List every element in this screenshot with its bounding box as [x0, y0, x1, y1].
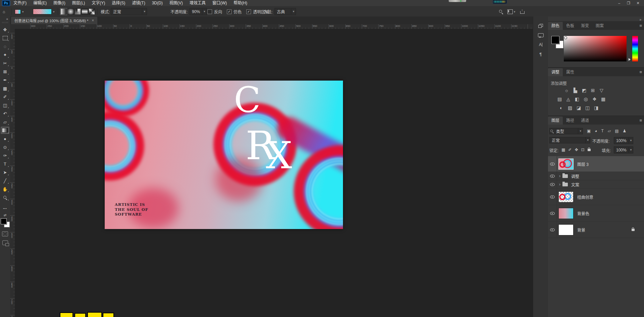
collapsed-panels-icon[interactable] — [533, 21, 548, 31]
share-icon[interactable] — [520, 7, 525, 16]
layer-row[interactable]: 图层 3 — [548, 156, 644, 172]
collapsed-paragraph-icon[interactable]: ¶ — [533, 49, 548, 59]
menu-item[interactable]: 增效工具 — [186, 0, 209, 6]
tab-路径[interactable]: 路径 — [563, 117, 578, 125]
type-tool[interactable]: T — [1, 160, 9, 168]
lock-artboard-icon[interactable]: ⊡ — [581, 147, 584, 152]
filter-pin-icon[interactable]: ♟ — [623, 129, 627, 133]
search-icon[interactable] — [499, 7, 503, 16]
gradient-map-icon[interactable]: ◫ — [585, 105, 590, 110]
linear-gradient-button[interactable] — [60, 8, 67, 15]
blur-tool[interactable]: ● — [1, 135, 9, 142]
vertical-ruler[interactable]: 1005005010015020025030035040045050055060… — [10, 29, 15, 317]
close-button[interactable]: ✕ — [633, 0, 643, 6]
tab-属性[interactable]: 属性 — [563, 68, 578, 76]
brush-tool[interactable]: ✐ — [1, 93, 9, 100]
saturation-brightness-box[interactable] — [564, 36, 627, 61]
reverse-checkbox[interactable]: 反向 — [207, 9, 222, 14]
layer-visibility-cell[interactable] — [548, 205, 557, 221]
layer-row[interactable]: ›调整 — [548, 172, 644, 180]
layer-blend-mode-select[interactable]: 正常 ▾ — [549, 137, 590, 143]
transparency-checkbox-box[interactable]: ✓ — [246, 9, 251, 14]
reverse-checkbox-box[interactable] — [207, 9, 212, 14]
eye-icon[interactable] — [550, 182, 555, 186]
workspace-switcher[interactable]: ▾ — [507, 7, 515, 16]
toolbar-overflow-icon[interactable]: ••• — [3, 207, 7, 210]
eye-icon[interactable] — [550, 228, 555, 232]
home-icon[interactable]: ⌂ — [3, 7, 5, 16]
tab-图案[interactable]: 图案 — [592, 22, 607, 30]
filter-image-icon[interactable]: ▣ — [587, 129, 591, 133]
threshold-icon[interactable]: ◪ — [576, 105, 582, 110]
layer-visibility-cell[interactable] — [548, 189, 557, 205]
layer-row[interactable]: ›文案 — [548, 180, 644, 189]
brightness-contrast-icon[interactable]: ☼ — [564, 88, 569, 93]
layer-thumbnail[interactable] — [558, 191, 574, 202]
black-white-icon[interactable]: ◧ — [574, 96, 580, 102]
layer-visibility-cell[interactable] — [548, 222, 557, 238]
hue-strip[interactable] — [632, 36, 638, 61]
menu-item[interactable]: 滤镜(T) — [129, 0, 148, 6]
layer-fill-select[interactable]: 100% ▾ — [614, 146, 633, 153]
invert-icon[interactable]: ◐ — [558, 105, 564, 110]
filter-type-icon[interactable]: T — [601, 129, 604, 133]
layer-row[interactable]: 扭曲创意 — [548, 189, 644, 205]
lock-all-icon[interactable] — [588, 149, 591, 151]
photo-filter-icon[interactable]: ◎ — [583, 96, 589, 102]
frame-tool[interactable]: ⊠ — [1, 68, 9, 75]
line-tool[interactable]: ╱ — [1, 177, 9, 184]
menu-item[interactable]: 视图(V) — [166, 0, 186, 6]
levels-icon[interactable]: ▙ — [573, 88, 578, 93]
opacity-select[interactable]: 90%▾ — [190, 7, 207, 16]
panel-menu-icon[interactable]: ≡ — [639, 70, 642, 75]
eye-icon[interactable] — [550, 211, 555, 215]
eraser-tool[interactable]: ▱ — [1, 118, 9, 126]
eye-icon[interactable] — [550, 162, 555, 166]
lock-paint-icon[interactable]: ✐ — [568, 147, 572, 152]
collapsed-comment-icon[interactable] — [533, 31, 548, 40]
filter-adjustment-icon[interactable]: ◕ — [595, 129, 597, 133]
crop-tool[interactable]: ✂ — [1, 59, 9, 67]
tab-图层[interactable]: 图层 — [548, 117, 563, 125]
filter-smart-object-icon[interactable]: ▤ — [615, 129, 618, 133]
restore-button[interactable]: ❐ — [624, 0, 633, 6]
method-select[interactable]: 古典▾ — [275, 7, 296, 16]
layer-thumbnail[interactable] — [558, 158, 574, 170]
radial-gradient-button[interactable] — [67, 8, 74, 15]
curves-icon[interactable]: ◩ — [581, 88, 587, 93]
menu-item[interactable]: 3D(D) — [149, 0, 166, 6]
layer-thumbnail[interactable] — [558, 224, 574, 235]
layer-thumbnail[interactable] — [558, 208, 574, 219]
filter-shape-icon[interactable]: ▱ — [608, 129, 611, 133]
dither-checkbox-box[interactable]: ✓ — [227, 9, 232, 14]
layer-visibility-cell[interactable] — [548, 156, 557, 172]
rectangular-marquee-tool[interactable] — [1, 34, 9, 42]
menu-item[interactable]: 窗口(W) — [209, 0, 230, 6]
menu-item[interactable]: 帮助(H) — [230, 0, 251, 6]
menu-item[interactable]: 选择(S) — [108, 0, 129, 6]
hue-saturation-icon[interactable]: ▤ — [557, 96, 562, 102]
tab-调整[interactable]: 调整 — [548, 68, 563, 76]
healing-brush-tool[interactable]: ▩ — [1, 85, 9, 92]
menu-item[interactable]: 文字(Y) — [88, 0, 108, 6]
tab-close-icon[interactable]: × — [92, 18, 94, 23]
swap-colors-icon[interactable]: ⇄ — [4, 213, 6, 217]
move-tool[interactable]: ✥ — [1, 26, 9, 33]
hue-slider-marker[interactable] — [629, 58, 631, 61]
color-balance-icon[interactable]: ◬ — [565, 96, 571, 102]
gradient-tool[interactable] — [1, 127, 9, 134]
clone-stamp-tool[interactable]: ◫ — [1, 101, 9, 109]
exposure-icon[interactable]: ⊞ — [590, 88, 596, 93]
history-brush-tool[interactable]: ↶ — [1, 110, 9, 117]
dodge-tool[interactable]: ⊙ — [1, 143, 9, 151]
eyedropper-tool[interactable]: ✒ — [1, 76, 9, 84]
document-tab[interactable]: 创意迷幻海报.psd @ 100% (图层 3, RGB/8) * × — [11, 17, 97, 24]
lock-transparent-icon[interactable]: ▦ — [561, 147, 565, 152]
lasso-tool[interactable]: ◌ — [1, 43, 9, 50]
hand-tool[interactable]: ✋ — [1, 185, 9, 193]
path-selection-tool[interactable]: ➤ — [1, 169, 9, 176]
canvas-area[interactable]: C R X ARTISTIC ISTHE SOUL OFSOFTWARE — [15, 29, 533, 317]
menu-item[interactable]: 文件(F) — [10, 0, 30, 6]
menu-item[interactable]: 图像(I) — [50, 0, 68, 6]
layer-opacity-select[interactable]: 100% ▾ — [614, 137, 633, 144]
